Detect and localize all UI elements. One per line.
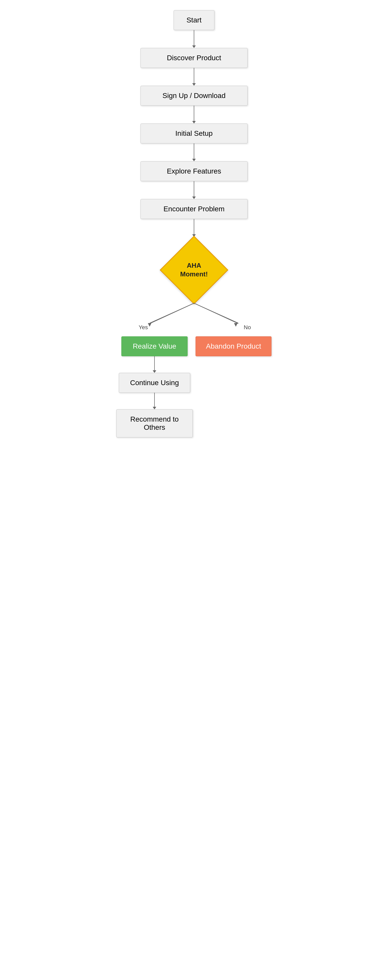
branch-connector: Yes No [115, 303, 273, 334]
signup-box: Sign Up / Download [141, 86, 247, 106]
svg-line-6 [194, 303, 238, 323]
arrow-head [192, 121, 196, 124]
branch-boxes-row: Realize Value Continue Using Recommend t… [115, 336, 273, 438]
arrow-line [194, 143, 194, 159]
arrow-head [192, 83, 196, 86]
abandon-label: Abandon Product [206, 342, 261, 350]
svg-line-5 [150, 303, 194, 323]
start-box: Start [174, 10, 214, 30]
continue-label: Continue Using [130, 379, 179, 387]
aha-diamond [160, 236, 228, 304]
aha-diamond-wrapper: AHA Moment! [161, 237, 227, 303]
realize-box: Realize Value [121, 336, 188, 356]
arrow-6 [115, 219, 273, 237]
recommend-label: Recommend to Others [130, 415, 179, 431]
arrow-line [194, 68, 194, 83]
realize-label: Realize Value [133, 342, 176, 350]
svg-marker-8 [234, 323, 238, 327]
encounter-box: Encounter Problem [141, 199, 247, 219]
arrow-head [192, 159, 196, 161]
start-label: Start [186, 16, 201, 24]
recommend-box: Recommend to Others [116, 409, 193, 438]
arrow-line [194, 219, 194, 234]
arrow-realize [115, 356, 194, 373]
explore-box: Explore Features [141, 161, 247, 181]
arrow-4 [115, 143, 273, 161]
arrow-line [194, 30, 194, 45]
discover-label: Discover Product [167, 54, 221, 62]
arrow-line [154, 356, 155, 370]
left-branch: Realize Value Continue Using Recommend t… [115, 336, 194, 438]
setup-label: Initial Setup [176, 129, 212, 137]
flowchart: Start Discover Product Sign Up / Downloa… [115, 10, 273, 438]
arrow-5 [115, 181, 273, 199]
arrow-line [154, 393, 155, 407]
arrow-1 [115, 30, 273, 48]
right-branch: Abandon Product [194, 336, 273, 356]
arrow-3 [115, 106, 273, 124]
arrow-head [153, 407, 156, 409]
arrow-head [192, 197, 196, 199]
yes-label: Yes [139, 324, 148, 331]
explore-label: Explore Features [167, 167, 221, 175]
arrow-continue [115, 393, 194, 409]
setup-box: Initial Setup [141, 124, 247, 143]
continue-box: Continue Using [119, 373, 190, 393]
signup-label: Sign Up / Download [162, 92, 225, 100]
no-label: No [244, 324, 251, 331]
encounter-label: Encounter Problem [163, 205, 225, 213]
discover-box: Discover Product [141, 48, 247, 68]
arrow-line [194, 106, 194, 121]
arrow-line [194, 181, 194, 197]
arrow-head [192, 45, 196, 48]
arrow-head [153, 370, 156, 373]
arrow-2 [115, 68, 273, 86]
svg-marker-7 [148, 323, 151, 327]
abandon-box: Abandon Product [196, 336, 271, 356]
